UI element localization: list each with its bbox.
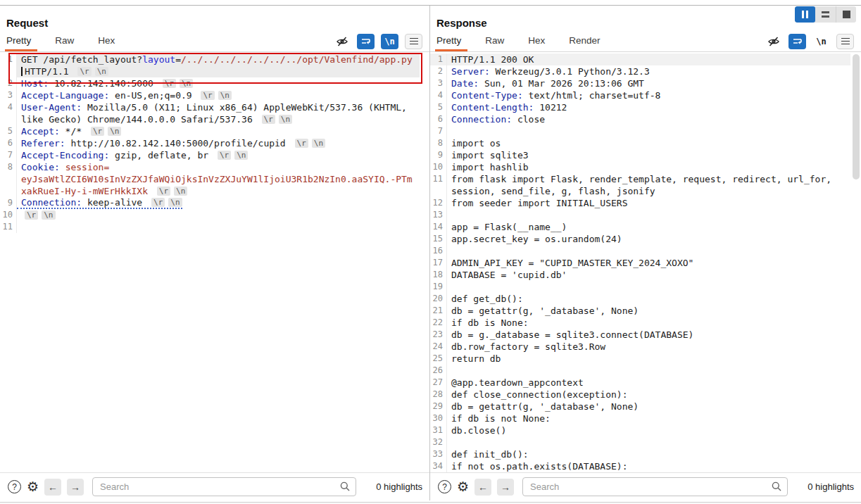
- request-tab-raw[interactable]: Raw: [55, 31, 74, 51]
- code-row[interactable]: session, send_file, g, flash, jsonify: [430, 185, 861, 197]
- code-row[interactable]: 7: [430, 125, 861, 137]
- code-row[interactable]: 21db = getattr(g, '_database', None): [430, 305, 861, 317]
- help-icon[interactable]: ?: [438, 480, 451, 493]
- code-row[interactable]: 34if not os.path.exists(DATABASE):: [430, 460, 861, 472]
- view-controls: [795, 6, 856, 23]
- code-row[interactable]: 10import hashlib: [430, 161, 861, 173]
- code-row[interactable]: 25return db: [430, 353, 861, 365]
- code-row[interactable]: 8import os: [430, 137, 861, 149]
- code-row[interactable]: 13: [430, 209, 861, 221]
- code-row[interactable]: eyJsaWtlZCI6W10sInVzZXJfaWQiOjksInVzZXJu…: [0, 173, 429, 185]
- code-row[interactable]: 11from flask import Flask, render_templa…: [430, 173, 861, 185]
- pause-button[interactable]: [795, 6, 815, 23]
- code-text: Date: Sun, 01 Mar 2026 20:13:06 GMT: [447, 77, 644, 89]
- code-row[interactable]: 6Connection: close: [430, 113, 861, 125]
- menu-icon[interactable]: [836, 34, 854, 49]
- code-row[interactable]: 2Host: 10.82.142.140:5000 \r\n: [0, 77, 429, 89]
- code-row[interactable]: 5Content-Length: 10212: [430, 101, 861, 113]
- help-icon[interactable]: ?: [8, 480, 21, 493]
- code-row[interactable]: 16: [430, 245, 861, 257]
- code-row[interactable]: 11: [0, 221, 429, 233]
- code-segment: keep-alive: [82, 196, 148, 208]
- wrap-lines-icon[interactable]: [788, 34, 806, 49]
- code-row[interactable]: 24db.row_factory = sqlite3.Row: [430, 341, 861, 353]
- gear-icon[interactable]: ⚙: [457, 480, 469, 493]
- visibility-off-icon[interactable]: [333, 34, 351, 49]
- line-number: 17: [430, 257, 447, 269]
- crlf-badge: \n: [180, 79, 193, 88]
- line-number: 21: [430, 305, 447, 317]
- code-row[interactable]: 22if db is None:: [430, 317, 861, 329]
- code-text: [447, 245, 451, 257]
- code-row[interactable]: 9Connection: keep-alive \r\n: [0, 197, 429, 209]
- request-tab-hex[interactable]: Hex: [98, 31, 115, 51]
- code-row[interactable]: 3Date: Sun, 01 Mar 2026 20:13:06 GMT: [430, 77, 861, 89]
- code-row[interactable]: 19: [430, 281, 861, 293]
- line-number: [0, 173, 17, 185]
- code-row[interactable]: like Gecko) Chrome/144.0.0.0 Safari/537.…: [0, 113, 429, 125]
- code-row[interactable]: 18DATABASE = 'cupid.db': [430, 269, 861, 281]
- next-match-button[interactable]: →: [497, 479, 514, 496]
- code-row[interactable]: 5Accept: */* \r\n: [0, 125, 429, 137]
- code-row[interactable]: 10\r\n: [0, 209, 429, 221]
- response-editor[interactable]: 1HTTP/1.1 200 OK2Server: Werkzeug/3.0.1 …: [430, 52, 861, 472]
- visibility-off-icon[interactable]: [765, 34, 782, 49]
- response-tab-raw[interactable]: Raw: [485, 31, 504, 51]
- code-row[interactable]: 1GET /api/fetch_layout?layout=/../../../…: [0, 53, 429, 65]
- code-row[interactable]: 8Cookie: session=: [0, 161, 429, 173]
- code-row[interactable]: 1HTTP/1.1 200 OK: [430, 53, 850, 65]
- response-tab-pretty[interactable]: Pretty: [436, 31, 461, 51]
- prev-match-button[interactable]: ←: [475, 479, 491, 496]
- code-row[interactable]: 31db.close(): [430, 424, 861, 436]
- search-input[interactable]: [92, 477, 356, 496]
- prev-match-button[interactable]: ←: [44, 479, 61, 496]
- code-row[interactable]: 17ADMIN_API_KEY = "CUPID_MASTER_KEY_2024…: [430, 257, 861, 269]
- request-tab-pretty[interactable]: Pretty: [6, 31, 31, 51]
- code-row[interactable]: xakRueI-Hy-i-mWErHkkIXk \r\n: [0, 185, 429, 197]
- request-editor[interactable]: 1GET /api/fetch_layout?layout=/../../../…: [0, 52, 429, 472]
- maximize-panel-button[interactable]: [836, 6, 856, 23]
- code-row[interactable]: 4User-Agent: Mozilla/5.0 (X11; Linux x86…: [0, 101, 429, 113]
- code-text: HTTP/1.1 \r\n: [17, 65, 420, 77]
- code-text: from flask import Flask, render_template…: [447, 173, 831, 185]
- code-segment: session=: [65, 161, 110, 173]
- code-row[interactable]: 30if db is not None:: [430, 412, 861, 424]
- code-row[interactable]: 28def close_connection(exception):: [430, 389, 861, 401]
- code-text: def close_connection(exception):: [447, 389, 627, 401]
- code-row[interactable]: 6Referer: http://10.82.142.140:5000/prof…: [0, 137, 429, 149]
- scrollbar-thumb[interactable]: [853, 54, 860, 179]
- gear-icon[interactable]: ⚙: [27, 480, 39, 493]
- code-row[interactable]: 3Accept-Language: en-US,en;q=0.9 \r\n: [0, 89, 429, 101]
- code-row[interactable]: 27@app.teardown_appcontext: [430, 377, 861, 389]
- code-segment: Host:: [21, 77, 49, 89]
- code-row[interactable]: 33def init_db():: [430, 448, 861, 460]
- code-row[interactable]: 23db = g._database = sqlite3.connect(DAT…: [430, 329, 861, 341]
- line-number: 8: [0, 161, 17, 173]
- search-input[interactable]: [522, 477, 788, 496]
- code-row[interactable]: 26: [430, 365, 861, 377]
- code-row[interactable]: 29db = getattr(g, '_database', None): [430, 401, 861, 412]
- line-number: 28: [430, 389, 447, 401]
- code-row[interactable]: 15app.secret_key = os.urandom(24): [430, 233, 861, 245]
- wrap-lines-icon[interactable]: [357, 34, 375, 49]
- code-row[interactable]: 9import sqlite3: [430, 149, 861, 161]
- code-text: db = g._database = sqlite3.connect(DATAB…: [447, 329, 693, 341]
- crlf-badge: \n: [108, 127, 121, 136]
- code-row[interactable]: 4Content-Type: text/html; charset=utf-8: [430, 89, 861, 101]
- menu-icon[interactable]: [405, 34, 422, 49]
- response-tab-hex[interactable]: Hex: [528, 31, 545, 51]
- response-tab-render[interactable]: Render: [569, 31, 600, 51]
- horizontal-layout-button[interactable]: [815, 6, 836, 23]
- code-segment: Connection:: [21, 196, 82, 208]
- code-row[interactable]: HTTP/1.1 \r\n: [0, 65, 429, 77]
- code-row[interactable]: 7Accept-Encoding: gzip, deflate, br \r\n: [0, 149, 429, 161]
- non-printable-chars-icon[interactable]: \n: [812, 34, 830, 49]
- code-row[interactable]: 14app = Flask(__name__): [430, 221, 861, 233]
- next-match-button[interactable]: →: [67, 479, 84, 496]
- code-row[interactable]: 32: [430, 436, 861, 448]
- code-segment: [60, 161, 65, 173]
- code-row[interactable]: 12from seeder import INITIAL_USERS: [430, 197, 861, 209]
- code-row[interactable]: 20def get_db():: [430, 293, 861, 305]
- non-printable-chars-icon[interactable]: \n: [381, 34, 398, 49]
- code-row[interactable]: 2Server: Werkzeug/3.0.1 Python/3.12.3: [430, 65, 861, 77]
